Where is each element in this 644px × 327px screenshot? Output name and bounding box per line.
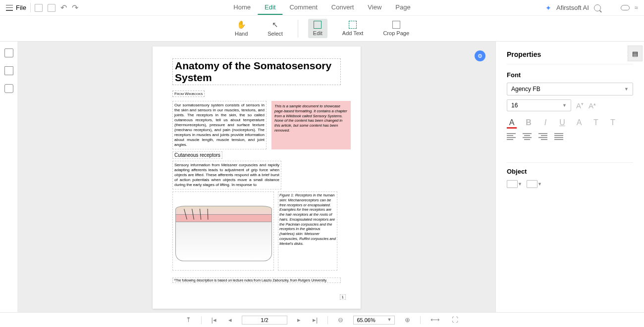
tab-page[interactable]: Page — [388, 0, 417, 15]
next-page-icon[interactable]: ▸ — [295, 316, 303, 324]
scroll-top-icon[interactable]: ⤒ — [184, 316, 193, 324]
edit-label: Edit — [313, 30, 322, 36]
crop-tool[interactable]: Crop Page — [378, 19, 414, 38]
paragraph-2[interactable]: Sensory information from Meissner corpus… — [172, 161, 281, 189]
font-color-icon[interactable]: A — [507, 118, 517, 127]
properties-panel: ▤ Properties ✕ Font Agency FB ▼ 16 ▼ A▾ … — [495, 42, 644, 312]
separator — [420, 316, 421, 324]
footnote[interactable]: ¹The following description is based on l… — [172, 278, 341, 283]
separator — [327, 316, 328, 324]
panel-title: Properties — [507, 50, 541, 58]
arrange-icon[interactable]: ▼ — [507, 180, 518, 188]
main-tabs: Home Edit Comment Convert View Page — [226, 0, 417, 15]
tab-convert[interactable]: Convert — [324, 0, 361, 15]
strikethrough-icon[interactable]: A — [574, 118, 584, 127]
italic-icon[interactable]: I — [540, 118, 550, 127]
underline-icon[interactable]: U — [557, 118, 567, 127]
left-rail — [0, 42, 18, 312]
font-size-dropdown[interactable]: 16 ▼ — [507, 99, 571, 111]
status-bar: ⤒ |◂ ◂ ▸ ▸| ⊖ 65.06% ▼ ⊕ ⟷ ⛶ — [0, 312, 644, 327]
redo-icon[interactable]: ↷ — [72, 3, 78, 12]
align-justify-icon[interactable] — [554, 133, 563, 140]
font-family-dropdown[interactable]: Agency FB ▼ — [507, 83, 633, 95]
hamburger-icon — [6, 5, 13, 11]
thumbnails-icon[interactable] — [4, 48, 13, 57]
document-page[interactable]: Anatomy of the Somatosensory System From… — [153, 47, 361, 309]
undo-icon[interactable]: ↶ — [60, 3, 67, 12]
heading-2[interactable]: Cutaneous receptors — [172, 151, 222, 159]
edit-icon — [314, 21, 322, 29]
tab-home[interactable]: Home — [226, 0, 258, 15]
callout-box[interactable]: This is a sample document to showcase pa… — [271, 101, 351, 149]
chevron-down-icon: ▼ — [387, 317, 391, 323]
add-text-label: Add Text — [342, 30, 364, 36]
print-icon[interactable] — [48, 4, 55, 12]
quick-actions: ↶ ↷ — [30, 3, 78, 12]
crop-label: Crop Page — [383, 30, 409, 36]
paragraph-1[interactable]: Our somatosensory system consists of sen… — [172, 101, 267, 149]
ai-group: ✦ Afirstsoft AI ≈ — [545, 4, 638, 12]
tab-comment[interactable]: Comment — [282, 0, 324, 15]
last-page-icon[interactable]: ▸| — [311, 316, 320, 324]
edit-tool[interactable]: Edit — [308, 19, 327, 38]
align-left-icon[interactable] — [507, 133, 516, 140]
comments-icon[interactable] — [4, 84, 13, 93]
object-section-label: Object — [507, 168, 633, 175]
top-menu-bar: File ↶ ↷ Home Edit Comment Convert View … — [0, 0, 644, 16]
zoom-in-icon[interactable]: ⊕ — [403, 316, 412, 324]
decrease-font-icon[interactable]: A▾ — [576, 101, 584, 110]
bookmarks-icon[interactable] — [4, 66, 13, 75]
cursor-icon: ↖ — [270, 20, 280, 29]
file-menu[interactable]: File — [6, 4, 26, 11]
chevron-down-icon: ▼ — [624, 87, 629, 92]
fit-width-icon[interactable]: ⟷ — [429, 316, 442, 324]
save-icon[interactable] — [35, 4, 43, 12]
crop-icon — [392, 21, 400, 29]
font-size-value: 16 — [511, 102, 518, 109]
zoom-dropdown[interactable]: 65.06% ▼ — [353, 316, 395, 325]
select-label: Select — [268, 31, 283, 37]
collapse-icon[interactable]: ≈ — [635, 4, 638, 11]
zoom-out-icon[interactable]: ⊖ — [336, 316, 345, 324]
zoom-value: 65.06% — [357, 317, 375, 323]
subscript-icon[interactable]: T — [608, 118, 618, 127]
bold-icon[interactable]: B — [524, 118, 534, 127]
page-indicator-input[interactable] — [242, 316, 287, 325]
fit-page-icon[interactable]: ⛶ — [450, 316, 460, 324]
align-object-icon[interactable]: ▼ — [527, 180, 537, 188]
increase-font-icon[interactable]: A▴ — [589, 101, 596, 110]
align-center-icon[interactable] — [523, 133, 532, 140]
sparkle-icon: ✦ — [545, 4, 551, 12]
font-family-value: Agency FB — [511, 86, 540, 93]
select-tool[interactable]: ↖ Select — [263, 18, 288, 39]
tab-view[interactable]: View — [361, 0, 388, 15]
file-label: File — [16, 4, 26, 11]
chevron-down-icon: ▼ — [562, 103, 567, 108]
canvas[interactable]: ⚙ Anatomy of the Somatosensory System Fr… — [18, 42, 495, 312]
tab-edit[interactable]: Edit — [258, 0, 282, 15]
separator — [201, 316, 202, 324]
align-right-icon[interactable] — [538, 133, 547, 140]
panel-toggle-icon[interactable]: ▤ — [628, 46, 643, 61]
search-icon[interactable] — [594, 4, 601, 11]
ai-label[interactable]: Afirstsoft AI — [556, 4, 589, 11]
figure-skin-diagram[interactable] — [172, 191, 274, 271]
first-page-icon[interactable]: |◂ — [210, 316, 218, 324]
separator — [298, 20, 298, 38]
hand-tool[interactable]: ✋ Hand — [230, 18, 253, 39]
workspace: ⚙ Anatomy of the Somatosensory System Fr… — [0, 42, 644, 312]
page-subtitle[interactable]: From Wikibooks — [172, 91, 205, 97]
figure-caption[interactable]: Figure 1: Receptors in the human skin: M… — [278, 191, 337, 271]
hand-icon: ✋ — [236, 20, 246, 29]
translate-badge-icon[interactable]: ⚙ — [475, 50, 485, 61]
font-section-label: Font — [507, 71, 633, 79]
page-title[interactable]: Anatomy of the Somatosensory System — [172, 58, 341, 85]
hand-label: Hand — [235, 31, 248, 37]
page-number: 1 — [340, 294, 346, 300]
superscript-icon[interactable]: T — [591, 118, 601, 127]
add-text-tool[interactable]: Add Text — [337, 19, 369, 38]
edit-toolbar: ✋ Hand ↖ Select Edit Add Text Crop Page — [0, 16, 644, 42]
add-text-icon — [349, 21, 357, 29]
cloud-icon[interactable] — [621, 5, 630, 10]
prev-page-icon[interactable]: ◂ — [226, 316, 234, 324]
